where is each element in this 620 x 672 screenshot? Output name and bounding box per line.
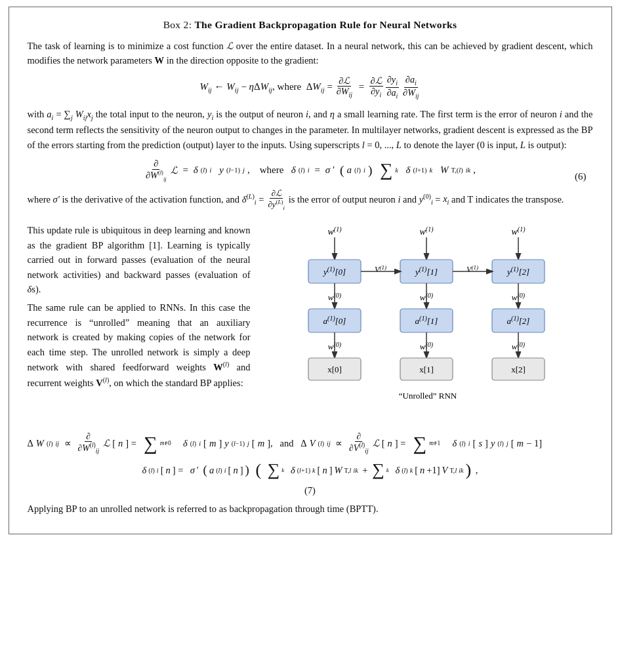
box-title: Box 2: The Gradient Backpropagation Rule… xyxy=(28,19,593,31)
equation-6: ∂ ∂W(l)ij ℒ = δ(l)i y(l−1)j, where δ(l)i… xyxy=(28,159,593,182)
paragraph-5: The same rule can be applied to RNNs. In… xyxy=(28,300,251,389)
rnn-caption: “Unrolled” RNN xyxy=(398,391,457,401)
equation-7: δ(l)i[n] = σ′ ( a(l)i[n] ) ( ∑k δ(l+1)k[… xyxy=(28,460,593,480)
v1-label-01: V(1) xyxy=(375,264,386,274)
a1-text-1: a(1)[1] xyxy=(415,315,438,326)
two-col-section: This update rule is ubiquitous in deep l… xyxy=(28,223,593,426)
eq-number-7: (7) xyxy=(28,485,593,496)
paragraph-4: This update rule is ubiquitous in deep l… xyxy=(28,223,251,296)
equation-rnn-bp: ΔW(l)ij ∝ ∂ ∂W(l)ij ℒ[n] = ∑m=0t δ(l)i[m… xyxy=(28,431,593,455)
paragraph-bottom: Applying BP to an unrolled network is re… xyxy=(28,502,593,516)
title-prefix: Box 2: xyxy=(163,19,192,30)
rnn-unrolled-diagram: w(1) w(1) w(1) y(1)[0] y(1)[1] y(1)[2] V… xyxy=(262,223,593,426)
w1-label-2: w(1) xyxy=(511,226,526,237)
a1-text-2: a(1)[2] xyxy=(506,315,529,326)
v1-label-12: V(1) xyxy=(466,264,478,274)
title-main: The Gradient Backpropagation Rule for Ne… xyxy=(194,19,457,30)
main-box: Box 2: The Gradient Backpropagation Rule… xyxy=(9,7,612,534)
paragraph-3: where σ′ is the derivative of the activa… xyxy=(28,189,593,211)
x-text-0: x[0] xyxy=(327,365,342,374)
eq-number-6: (6) xyxy=(575,171,587,182)
x-text-2: x[2] xyxy=(511,365,526,374)
w1-label-0: w(1) xyxy=(327,226,342,237)
paragraph-1: The task of learning is to minimize a co… xyxy=(28,39,593,68)
w1-label-1: w(1) xyxy=(419,226,434,237)
text-column: This update rule is ubiquitous in deep l… xyxy=(28,223,251,426)
x-text-1: x[1] xyxy=(419,365,434,374)
paragraph-2: with ai = ∑j Wijxj the total input to th… xyxy=(28,107,593,153)
equation-w-update: Wij ← Wij − ηΔWij, where ΔWij = ∂ℒ ∂Wij … xyxy=(28,75,593,100)
rnn-diagram-column: w(1) w(1) w(1) y(1)[0] y(1)[1] y(1)[2] V… xyxy=(262,223,593,426)
a1-text-0: a(1)[0] xyxy=(323,315,346,326)
